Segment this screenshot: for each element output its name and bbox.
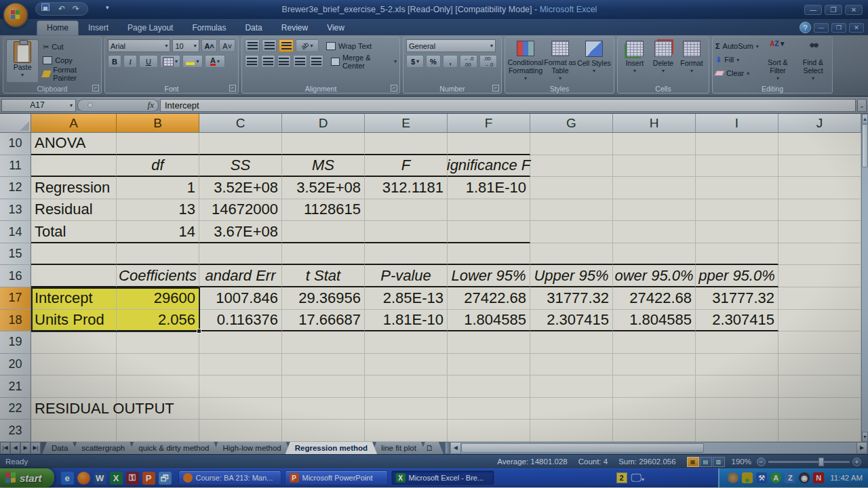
cell-C10[interactable] [199, 133, 282, 155]
cell-H11[interactable] [613, 155, 696, 178]
close-button[interactable]: ✕ [845, 5, 863, 15]
key-icon[interactable]: ⚿ [126, 472, 139, 485]
cell-I17[interactable]: 31777.32 [696, 287, 778, 310]
office-button[interactable] [3, 2, 28, 28]
cell-H19[interactable] [613, 331, 696, 354]
column-header-A[interactable]: A [31, 114, 117, 133]
scroll-left-icon[interactable]: ◀ [450, 443, 461, 453]
cell-H12[interactable] [613, 177, 696, 199]
cell-C18[interactable]: 0.116376 [199, 310, 282, 332]
cell-G23[interactable] [530, 420, 613, 442]
start-button[interactable]: start [0, 468, 54, 487]
tray-antivirus-icon[interactable] [742, 472, 753, 483]
format-as-table-button[interactable]: Format as Table▾ [543, 39, 577, 83]
cell-B18[interactable]: 2.056 [117, 310, 199, 332]
cell-D12[interactable]: 3.52E+08 [282, 177, 365, 199]
cell-C15[interactable] [199, 243, 282, 266]
cell-H15[interactable] [613, 243, 696, 266]
cell-J10[interactable] [778, 133, 861, 155]
cell-E10[interactable] [365, 133, 448, 155]
cell-F17[interactable]: 27422.68 [448, 287, 530, 310]
cell-B20[interactable] [117, 354, 199, 376]
tray-tools-icon[interactable]: ⚒ [756, 472, 767, 483]
cut-button[interactable]: ✂Cut [43, 41, 98, 53]
decrease-indent-button[interactable] [293, 55, 307, 68]
cell-J13[interactable] [778, 199, 861, 222]
cell-H21[interactable] [613, 375, 696, 398]
sheet-tab-regression-method[interactable]: Regression method [285, 442, 377, 454]
taskbar-button-firefox[interactable]: Course: BA 213: Man... [178, 470, 281, 485]
zoom-out-button[interactable]: − [757, 458, 766, 466]
grow-font-button[interactable]: A˄ [201, 39, 218, 52]
zoom-track[interactable] [768, 461, 850, 463]
increase-decimal-button[interactable]: ←.0.00 [460, 55, 477, 68]
cell-H13[interactable] [613, 199, 696, 222]
conditional-formatting-button[interactable]: Conditional Formatting▾ [508, 39, 543, 83]
wrap-text-button[interactable]: Wrap Text [326, 40, 372, 52]
cell-B16[interactable]: Coefficients [117, 265, 199, 287]
select-all-corner[interactable] [0, 114, 31, 133]
autosum-button[interactable]: ΣAutoSum▾ [715, 40, 759, 52]
underline-button[interactable]: U [139, 55, 158, 68]
scroll-down-icon[interactable]: ▼ [862, 432, 868, 442]
cell-C21[interactable] [199, 375, 282, 398]
orientation-button[interactable]: ab▾ [296, 39, 319, 52]
restore-button[interactable]: ❐ [825, 5, 842, 15]
cell-A16[interactable] [31, 265, 117, 287]
clipboard-dialog-launcher[interactable]: ⌐ [92, 85, 99, 92]
cell-G22[interactable] [530, 398, 613, 420]
page-layout-view-button[interactable]: ▤ [700, 457, 712, 467]
cell-J16[interactable] [778, 265, 861, 287]
cell-E18[interactable]: 1.81E-10 [365, 310, 448, 332]
cell-B13[interactable]: 13 [117, 199, 199, 222]
cell-F15[interactable] [448, 243, 530, 266]
cell-D19[interactable] [282, 331, 365, 354]
tray-a-icon[interactable]: A [770, 472, 781, 483]
cell-C11[interactable]: SS [199, 155, 282, 178]
cell-G13[interactable] [530, 199, 613, 222]
cell-J18[interactable] [778, 310, 861, 332]
minimize-button[interactable]: — [804, 5, 822, 15]
cell-C20[interactable] [199, 354, 282, 376]
name-box-dropdown-icon[interactable]: ▾ [70, 102, 73, 108]
cell-I23[interactable] [696, 420, 778, 442]
row-header-15[interactable]: 15 [0, 243, 31, 266]
cell-G18[interactable]: 2.307415 [530, 310, 613, 332]
cell-B19[interactable] [117, 331, 199, 354]
align-center-button[interactable] [261, 55, 275, 68]
cell-C19[interactable] [199, 331, 282, 354]
cell-J14[interactable] [778, 221, 861, 243]
cell-B23[interactable] [117, 420, 199, 442]
cell-J11[interactable] [778, 155, 861, 178]
cell-D22[interactable] [282, 398, 365, 420]
tab-splitter[interactable] [445, 442, 450, 454]
cell-H20[interactable] [613, 354, 696, 376]
clear-button[interactable]: Clear▾ [715, 67, 759, 79]
sheet-tab-scattergraph[interactable]: scattergraph [72, 442, 134, 454]
italic-button[interactable]: I [123, 55, 137, 68]
cell-A19[interactable] [31, 331, 117, 354]
cell-J20[interactable] [778, 354, 861, 376]
cell-H23[interactable] [613, 420, 696, 442]
cell-H22[interactable] [613, 398, 696, 420]
vertical-scroll-thumb[interactable] [862, 124, 868, 167]
row-header-10[interactable]: 10 [0, 133, 31, 155]
row-header-20[interactable]: 20 [0, 354, 31, 376]
row-header-16[interactable]: 16 [0, 265, 31, 287]
cell-H17[interactable]: 27422.68 [613, 287, 696, 310]
row-header-13[interactable]: 13 [0, 199, 31, 222]
row-header-23[interactable]: 23 [0, 420, 31, 442]
excel-icon[interactable]: X [110, 472, 123, 485]
cell-B21[interactable] [117, 375, 199, 398]
save-button[interactable] [41, 3, 54, 14]
redo-button[interactable]: ↷ [70, 3, 82, 14]
cell-I10[interactable] [696, 133, 778, 155]
cell-J23[interactable] [778, 420, 861, 442]
column-header-G[interactable]: G [530, 114, 613, 133]
cell-C12[interactable]: 3.52E+08 [199, 177, 282, 199]
zoom-in-button[interactable]: + [852, 458, 861, 466]
tray-z-icon[interactable]: Z [785, 472, 795, 483]
cell-D11[interactable]: MS [282, 155, 365, 178]
cell-A22[interactable]: RESIDUAL OUTPUT [31, 398, 117, 420]
cell-H16[interactable]: ower 95.0% [613, 265, 696, 287]
